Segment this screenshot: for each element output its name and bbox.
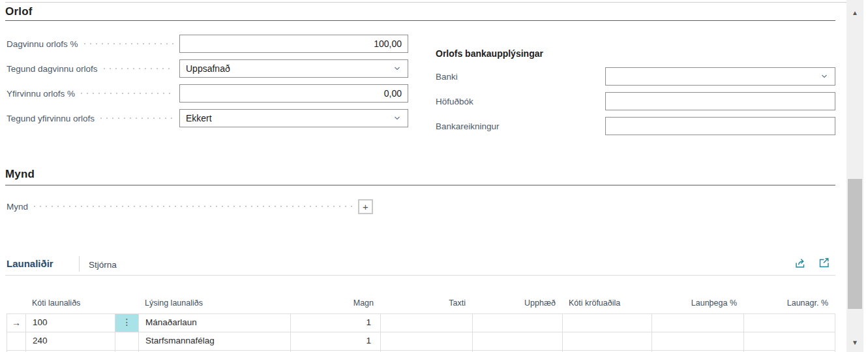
table-row[interactable]: 240 Starfsmannafélag 1 — [7, 332, 835, 351]
yfirvinnu-orlofs-input[interactable] — [179, 84, 408, 103]
dotted-leader — [104, 68, 173, 69]
chevron-down-icon[interactable] — [820, 72, 829, 81]
launalidir-table: → 100 ⋮ Mánaðarlaun 1 240 Starfsmannafél… — [7, 313, 835, 352]
hofudbok-label: Höfuðbók — [436, 97, 473, 106]
field-row-hofudbok: Höfuðbók — [436, 92, 835, 110]
cell-krofuadili[interactable] — [563, 332, 652, 350]
cell-description[interactable]: Mánaðarlaun — [139, 314, 291, 332]
field-row-banki: Banki — [436, 67, 835, 86]
page-canvas: Orlof Dagvinnu orlofs % Tegund dagvinnu … — [0, 0, 868, 352]
tegund-dagvinnu-select[interactable]: Uppsafnað — [179, 59, 408, 78]
part-title-launalidir: Launaliðir — [7, 258, 53, 269]
hofudbok-input[interactable] — [605, 92, 835, 110]
chevron-down-icon[interactable] — [393, 64, 402, 73]
column-header-launthega[interactable]: Launþega % — [651, 294, 743, 312]
field-row-bankareikningur: Bankareikningur — [436, 117, 835, 135]
hofudbok-value[interactable] — [612, 96, 829, 106]
cell-menu-column-header — [115, 294, 138, 312]
scroll-up-icon[interactable]: ▲ — [846, 9, 863, 16]
cell-launthega[interactable] — [652, 314, 744, 332]
cell-taxti[interactable] — [381, 332, 473, 350]
cell-code[interactable]: 100 — [26, 314, 115, 332]
column-header-magn[interactable]: Magn — [290, 294, 380, 312]
section-title-orlof: Orlof — [5, 5, 33, 18]
table-row[interactable]: → 100 ⋮ Mánaðarlaun 1 — [7, 314, 835, 332]
dotted-leader — [34, 206, 352, 207]
dagvinnu-orlofs-label: Dagvinnu orlofs % — [7, 39, 78, 49]
column-header-lysing-launalids[interactable]: Lýsing launaliðs — [138, 294, 290, 312]
add-picture-button[interactable]: + — [358, 199, 373, 214]
yfirvinnu-orlofs-label: Yfirvinnu orlofs % — [7, 89, 75, 99]
cell-krofuadili[interactable] — [563, 314, 652, 332]
table-header-row: Kóti launaliðs Lýsing launaliðs Magn Tax… — [7, 294, 835, 312]
tegund-yfirvinnu-label: Tegund yfirvinnu orlofs — [7, 114, 95, 123]
cell-launagr[interactable] — [744, 332, 835, 350]
part-title-divider — [79, 256, 80, 272]
dotted-leader — [84, 43, 173, 44]
cell-context-menu-icon[interactable]: ⋮ — [115, 314, 139, 332]
row-indicator-column-header — [7, 294, 25, 312]
active-row-arrow-icon: → — [7, 314, 26, 332]
column-header-koti-launalids[interactable]: Kóti launaliðs — [25, 294, 115, 312]
menu-item-stjorna[interactable]: Stjórna — [89, 260, 117, 270]
cell-launthega[interactable] — [652, 332, 744, 350]
column-header-taxti[interactable]: Taxti — [380, 294, 472, 312]
previous-section-divider — [5, 2, 846, 3]
bankareikningur-value[interactable] — [612, 121, 829, 131]
open-in-new-window-icon[interactable] — [818, 257, 830, 270]
section-rule-mynd — [5, 185, 835, 185]
dagvinnu-orlofs-value[interactable] — [186, 39, 402, 49]
banki-label: Banki — [436, 72, 458, 82]
tegund-yfirvinnu-value: Ekkert — [186, 113, 393, 123]
tegund-yfirvinnu-select[interactable]: Ekkert — [179, 109, 408, 127]
column-header-upphaed[interactable]: Upphæð — [472, 294, 562, 312]
bankareikningur-label: Bankareikningur — [436, 121, 500, 131]
chevron-down-icon[interactable] — [393, 114, 402, 123]
tegund-dagvinnu-value: Uppsafnað — [186, 63, 393, 74]
dotted-leader — [81, 93, 173, 94]
cell-launagr[interactable] — [744, 314, 835, 332]
cell-magn[interactable]: 1 — [291, 314, 381, 332]
group-title-bankaupplysingar: Orlofs bankaupplýsingar — [436, 48, 543, 59]
bankareikningur-input[interactable] — [605, 117, 835, 135]
cell-magn[interactable]: 1 — [291, 332, 381, 350]
share-icon[interactable] — [794, 257, 807, 271]
field-row-yfirvinnu-orlofs: Yfirvinnu orlofs % — [7, 84, 408, 103]
cell-context-menu-slot[interactable] — [115, 332, 139, 350]
field-row-dagvinnu-orlofs: Dagvinnu orlofs % — [7, 35, 408, 53]
column-header-koti-krofuadila[interactable]: Kóti kröfuaðila — [562, 294, 651, 312]
field-row-tegund-yfirvinnu: Tegund yfirvinnu orlofs Ekkert — [7, 109, 408, 127]
cell-code[interactable]: 240 — [26, 332, 115, 350]
cell-description[interactable]: Starfsmannafélag — [139, 332, 291, 350]
banki-select[interactable] — [605, 67, 835, 86]
mynd-label: Mynd — [7, 202, 28, 212]
section-rule-orlof — [5, 20, 835, 21]
plus-icon: + — [363, 201, 368, 212]
column-header-launagr[interactable]: Launagr. % — [743, 294, 835, 312]
dagvinnu-orlofs-input[interactable] — [179, 35, 408, 53]
section-title-mynd: Mynd — [5, 168, 35, 181]
part-header-rule — [5, 275, 835, 276]
field-row-mynd: Mynd + — [7, 199, 373, 214]
tegund-dagvinnu-label: Tegund dagvinnu orlofs — [7, 64, 98, 74]
scroll-down-icon[interactable]: ▼ — [846, 339, 863, 346]
cell-upphaed[interactable] — [473, 314, 563, 332]
row-indicator-cell — [7, 332, 26, 350]
dotted-leader — [100, 118, 173, 119]
yfirvinnu-orlofs-value[interactable] — [186, 88, 402, 99]
field-row-tegund-dagvinnu: Tegund dagvinnu orlofs Uppsafnað — [7, 59, 408, 78]
cell-upphaed[interactable] — [473, 332, 563, 350]
cell-taxti[interactable] — [381, 314, 473, 332]
vertical-scrollbar-thumb[interactable] — [848, 179, 862, 309]
